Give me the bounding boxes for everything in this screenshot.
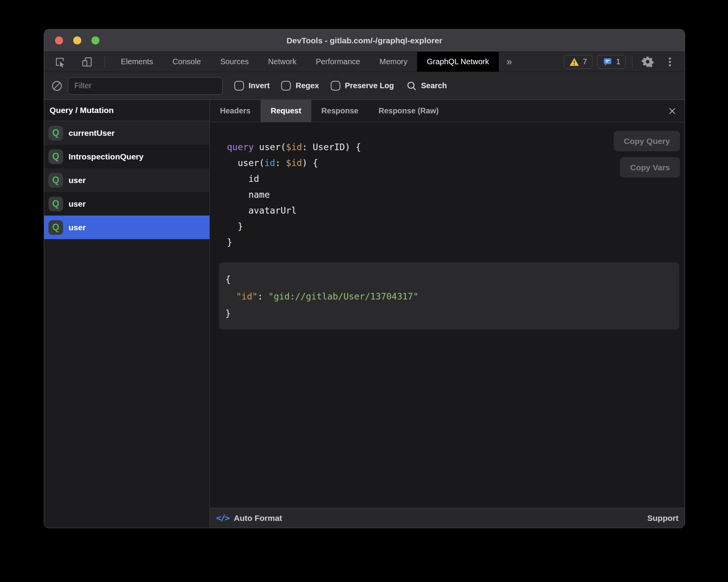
toolbar-separator — [105, 56, 105, 68]
query-item-introspectionquery[interactable]: Q IntrospectionQuery — [44, 145, 209, 168]
tab-elements[interactable]: Elements — [111, 52, 163, 72]
query-type-badge: Q — [48, 197, 63, 211]
filter-input[interactable] — [68, 77, 223, 95]
regex-label: Regex — [295, 81, 319, 90]
copy-query-button[interactable]: Copy Query — [614, 131, 680, 151]
devtools-tab-strip: Elements Console Sources Network Perform… — [44, 52, 685, 72]
warning-count: 7 — [583, 57, 587, 66]
code-format-icon: </> — [216, 513, 229, 523]
query-item-label: user — [69, 176, 86, 185]
query-item-label: user — [69, 199, 86, 209]
tab-network[interactable]: Network — [258, 52, 306, 72]
tab-response[interactable]: Response — [311, 100, 369, 122]
query-item-user-3-selected[interactable]: Q user — [44, 216, 209, 239]
query-variables-box: { "id": "gid://gitlab/User/13704317"} — [219, 262, 679, 330]
inspect-element-icon[interactable] — [51, 56, 69, 68]
warning-icon — [569, 57, 579, 67]
query-list-panel: Query / Mutation Q currentUser Q Introsp… — [44, 100, 210, 528]
tab-sources[interactable]: Sources — [211, 52, 258, 72]
preserve-log-label: Preserve Log — [345, 81, 394, 90]
search-icon — [406, 80, 417, 91]
tab-console[interactable]: Console — [163, 52, 210, 72]
query-type-badge: Q — [48, 220, 63, 235]
tab-memory[interactable]: Memory — [370, 52, 417, 72]
traffic-lights — [55, 29, 100, 51]
invert-checkbox-group[interactable]: Invert — [234, 81, 270, 91]
support-link[interactable]: Support — [647, 514, 678, 523]
preserve-log-checkbox[interactable] — [331, 81, 340, 91]
settings-gear-icon[interactable] — [639, 56, 657, 68]
query-type-badge: Q — [48, 173, 63, 188]
warnings-badge[interactable]: 7 — [564, 55, 592, 69]
request-detail-panel: Headers Request Response Response (Raw) … — [210, 100, 685, 528]
window-titlebar: DevTools - gitlab.com/-/graphql-explorer — [44, 29, 685, 52]
close-window-button[interactable] — [55, 36, 63, 45]
tab-request[interactable]: Request — [261, 100, 311, 122]
auto-format-button[interactable]: </> Auto Format — [216, 513, 282, 523]
search-control[interactable]: Search — [406, 80, 447, 91]
preserve-log-checkbox-group[interactable]: Preserve Log — [331, 81, 394, 91]
devtools-window: DevTools - gitlab.com/-/graphql-explorer… — [44, 29, 685, 528]
tab-performance[interactable]: Performance — [306, 52, 370, 72]
more-tabs-button[interactable]: » — [499, 52, 520, 72]
device-toolbar-icon[interactable] — [78, 56, 96, 68]
badge-separator — [632, 56, 632, 68]
query-item-label: currentUser — [69, 128, 115, 138]
clear-block-icon[interactable] — [51, 80, 63, 92]
query-type-badge: Q — [48, 149, 63, 164]
close-detail-icon[interactable] — [668, 106, 677, 116]
query-item-currentuser[interactable]: Q currentUser — [44, 121, 209, 145]
query-item-label: user — [69, 223, 86, 232]
copy-vars-button[interactable]: Copy Vars — [620, 157, 680, 178]
request-content: query user($id: UserID) { user(id: $id) … — [210, 122, 685, 508]
messages-badge[interactable]: 1 — [597, 55, 626, 69]
tab-headers[interactable]: Headers — [210, 100, 261, 122]
tab-response-raw[interactable]: Response (Raw) — [368, 100, 449, 122]
search-label: Search — [421, 81, 447, 90]
minimize-window-button[interactable] — [73, 36, 81, 45]
regex-checkbox-group[interactable]: Regex — [281, 81, 319, 91]
invert-label: Invert — [249, 81, 270, 90]
detail-footer-bar: </> Auto Format Support — [210, 508, 685, 528]
message-count: 1 — [616, 57, 620, 66]
zoom-window-button[interactable] — [91, 36, 100, 45]
more-options-icon[interactable] — [661, 56, 678, 68]
query-item-label: IntrospectionQuery — [69, 152, 144, 161]
invert-checkbox[interactable] — [234, 81, 244, 91]
query-type-badge: Q — [48, 126, 63, 140]
query-list-header: Query / Mutation — [44, 100, 209, 121]
query-item-user-2[interactable]: Q user — [44, 192, 209, 216]
request-tab-bar: Headers Request Response Response (Raw) — [210, 100, 685, 122]
tab-graphql-network[interactable]: GraphQL Network — [417, 52, 498, 72]
filter-toolbar: Invert Regex Preserve Log Search — [44, 72, 685, 100]
query-item-user-1[interactable]: Q user — [44, 168, 209, 192]
message-icon — [603, 57, 613, 67]
window-title: DevTools - gitlab.com/-/graphql-explorer — [287, 36, 442, 45]
regex-checkbox[interactable] — [281, 81, 291, 91]
auto-format-label: Auto Format — [234, 514, 282, 523]
